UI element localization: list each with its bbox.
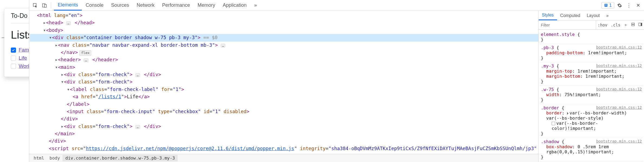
twisty-icon: ▸ xyxy=(61,71,64,78)
twisty-icon: ▸ xyxy=(61,123,64,130)
crumb-selected[interactable]: div.container.border.shadow.w-75.pb-3.my… xyxy=(63,155,178,161)
new-style-rule-icon[interactable]: ＋ xyxy=(622,22,629,28)
twisty-icon: ▾ xyxy=(67,86,70,93)
flex-badge[interactable]: flex xyxy=(79,50,91,56)
twisty-icon: ▾ xyxy=(43,27,46,34)
expand-triangle-icon[interactable] xyxy=(567,112,568,115)
checkbox-unchecked-icon[interactable] xyxy=(11,64,16,69)
dom-node-selected: ⋯ ▾<div class="container border shadow w… xyxy=(30,34,538,41)
styles-filter-row: :hov .cls ＋ xyxy=(539,21,644,30)
tab-elements[interactable]: Elements xyxy=(54,0,82,11)
twisty-icon: ▾ xyxy=(61,79,64,85)
dom-node: </label> xyxy=(30,101,538,108)
styles-tab-computed[interactable]: Computed xyxy=(557,11,584,20)
issues-chip[interactable]: 1 xyxy=(601,2,614,9)
elements-column: <html lang="en"> ▸<head> … </head> ▾<bod… xyxy=(29,11,538,162)
dom-node: ▾<div class="form-check"> xyxy=(30,78,538,86)
svg-rect-7 xyxy=(632,25,635,26)
list-item: Family xyxy=(11,46,29,54)
styles-tabs: Styles Computed Layout » xyxy=(539,11,644,21)
twisty-icon: ▾ xyxy=(49,34,52,41)
inspect-element-icon[interactable] xyxy=(31,2,39,9)
tab-console[interactable]: Console xyxy=(82,0,107,11)
issues-icon xyxy=(604,3,608,7)
devtools: Elements Console Sources Network Perform… xyxy=(29,0,644,162)
dom-node: </div> xyxy=(30,115,538,123)
dom-node: ▾<body> xyxy=(30,27,538,34)
list-link-work[interactable]: Work xyxy=(19,63,29,69)
twisty-icon: ▸ xyxy=(43,19,46,26)
tabs-overflow[interactable]: » xyxy=(251,0,261,11)
svg-rect-2 xyxy=(44,4,46,7)
separator xyxy=(51,2,51,9)
elements-tree[interactable]: <html lang="en"> ▸<head> … </head> ▾<bod… xyxy=(29,11,538,154)
dom-node: </main> xyxy=(30,130,538,137)
crumb-body[interactable]: body xyxy=(47,155,63,161)
styles-filter-input[interactable] xyxy=(539,21,596,29)
tab-sources[interactable]: Sources xyxy=(107,0,133,11)
svg-rect-4 xyxy=(605,5,607,5)
app-pane: To-Do App Todos Lists Lists Family Life … xyxy=(0,0,29,162)
tab-application[interactable]: Application xyxy=(219,0,250,11)
dom-node: <script src="https://cdn.jsdelivr.net/np… xyxy=(30,145,538,152)
navbar-brand: To-Do App xyxy=(11,12,29,19)
svg-rect-9 xyxy=(641,23,642,26)
sidebar-collapse-icon[interactable] xyxy=(637,22,644,28)
styles-tab-styles[interactable]: Styles xyxy=(539,11,557,20)
dom-node: </nav>flex xyxy=(30,49,538,56)
twisty-icon: ▸ xyxy=(55,56,58,63)
dom-node: ▸<head> … </head> xyxy=(30,19,538,26)
dom-node: ▸<header> … </header> xyxy=(30,56,538,63)
dom-node: ▸<nav class="navbar navbar-expand-xl bor… xyxy=(30,42,538,49)
dom-node: ▸<div class="form-check"> … </div> xyxy=(30,71,538,78)
checkbox-icon[interactable] xyxy=(552,122,555,125)
computed-toggle-icon[interactable] xyxy=(629,22,637,28)
svg-rect-5 xyxy=(605,5,607,6)
dom-node: ▸<div class="form-check"> … </div> xyxy=(30,123,538,130)
css-rule: .shadow {bootstrap.min.css:12 box-shadow… xyxy=(540,138,643,161)
toolbar-right: 1 ⋮ ✕ xyxy=(601,2,642,9)
dom-node: </div> xyxy=(30,137,538,145)
css-rule: .pb-3 {bootstrap.min.css:12 padding-bott… xyxy=(540,44,643,62)
list-link-family[interactable]: Family xyxy=(19,47,29,53)
lists: Family Life Work xyxy=(11,46,29,70)
issues-count: 1 xyxy=(609,3,612,8)
crumb-html[interactable]: html xyxy=(31,155,47,161)
tab-performance[interactable]: Performance xyxy=(158,0,194,11)
gear-icon[interactable] xyxy=(616,2,623,9)
list-item: Life xyxy=(11,54,29,62)
checkbox-unchecked-icon[interactable] xyxy=(11,56,16,61)
hov-toggle[interactable]: :hov xyxy=(596,23,609,28)
styles-panel: Styles Computed Layout » :hov .cls ＋ e xyxy=(538,11,644,162)
devtools-body: <html lang="en"> ▸<head> … </head> ▾<bod… xyxy=(29,11,644,162)
devtools-tabs: Elements Console Sources Network Perform… xyxy=(54,0,261,11)
twisty-icon: ▸ xyxy=(55,42,58,49)
css-rule: .w-75 {bootstrap.min.css:12 width: 75%!i… xyxy=(540,86,643,104)
list-item: Work xyxy=(11,62,29,70)
kebab-icon[interactable]: ⋮ xyxy=(625,2,633,9)
devtools-toolbar: Elements Console Sources Network Perform… xyxy=(29,0,644,11)
svg-rect-6 xyxy=(632,23,635,24)
breadcrumbs: html body div.container.border.shadow.w-… xyxy=(29,154,538,162)
dom-node: <input class="form-check-input" type="ch… xyxy=(30,108,538,115)
styles-tabs-overflow[interactable]: » xyxy=(603,11,612,20)
list-link-life[interactable]: Life xyxy=(19,55,27,61)
close-icon[interactable]: ✕ xyxy=(634,2,642,9)
css-rule: .my-3 {bootstrap.min.css:12 margin-top: … xyxy=(540,62,643,86)
tab-memory[interactable]: Memory xyxy=(194,0,219,11)
css-rule: .border {bootstrap.min.css:12 border: va… xyxy=(540,104,643,138)
styles-rules[interactable]: element.style { } .pb-3 {bootstrap.min.c… xyxy=(539,30,644,162)
tab-network[interactable]: Network xyxy=(133,0,158,11)
twisty-icon: ▾ xyxy=(55,64,58,71)
device-toggle-icon[interactable] xyxy=(41,2,48,9)
navbar: To-Do App Todos Lists xyxy=(11,8,29,23)
dom-node: <html lang="en"> xyxy=(30,12,538,19)
cls-toggle[interactable]: .cls xyxy=(609,23,622,28)
dom-node: ▾<main> xyxy=(30,64,538,71)
dom-node: ▾<label class="form-check-label" for="1"… xyxy=(30,86,538,93)
page-title: Lists xyxy=(11,29,29,41)
app-card: To-Do App Todos Lists Lists Family Life … xyxy=(4,8,29,77)
styles-tab-layout[interactable]: Layout xyxy=(583,11,603,20)
checkbox-checked-icon[interactable] xyxy=(11,48,16,53)
css-rule-element-style: element.style { } xyxy=(540,31,643,44)
